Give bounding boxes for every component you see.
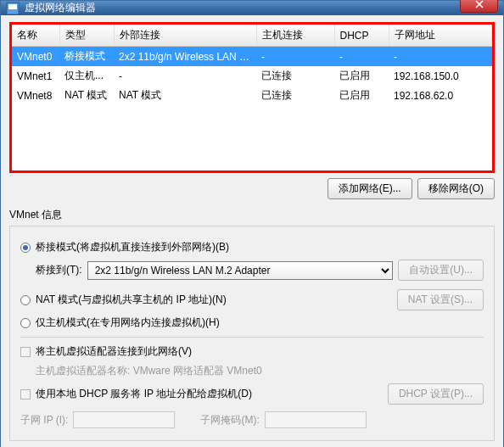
svg-rect-1 (8, 4, 17, 9)
col-name[interactable]: 名称 (12, 25, 59, 47)
close-icon (475, 0, 484, 8)
radio-nat-label: NAT 模式(与虚拟机共享主机的 IP 地址)(N) (36, 293, 227, 307)
radio-hostonly-label: 仅主机模式(在专用网络内连接虚拟机)(H) (36, 316, 220, 330)
add-network-button[interactable]: 添加网络(E)... (328, 178, 412, 199)
use-dhcp-row[interactable]: 使用本地 DHCP 服务将 IP 地址分配给虚拟机(D) DHCP 设置(P).… (20, 383, 484, 405)
use-dhcp-label: 使用本地 DHCP 服务将 IP 地址分配给虚拟机(D) (36, 387, 252, 401)
subnet-ip-label: 子网 IP (I): (20, 413, 68, 427)
cell-subnet: 192.168.62.0 (389, 86, 492, 105)
network-buttons-row: 添加网络(E)... 移除网络(O) (9, 173, 495, 208)
radio-bridged-row[interactable]: 桥接模式(将虚拟机直接连接到外部网络)(B) (20, 240, 484, 254)
radio-bridged-label: 桥接模式(将虚拟机直接连接到外部网络)(B) (36, 240, 229, 254)
vmnet-info-label: VMnet 信息 (9, 208, 495, 222)
col-external[interactable]: 外部连接 (114, 25, 256, 47)
cell-host: - (256, 47, 334, 67)
bridged-to-label: 桥接到(T): (36, 263, 82, 277)
vmnet-info-group: 桥接模式(将虚拟机直接连接到外部网络)(B) 桥接到(T): 2x2 11b/g… (9, 226, 495, 441)
host-adapter-name-label: 主机虚拟适配器名称: VMware 网络适配器 VMnet0 (36, 364, 262, 378)
cell-dhcp: 已启用 (334, 66, 389, 86)
window-title: 虚拟网络编辑器 (25, 1, 460, 15)
cell-host: 已连接 (256, 86, 334, 105)
subnet-ip-field[interactable] (73, 411, 175, 428)
cell-subnet: 192.168.150.0 (389, 66, 492, 86)
table-row[interactable]: VMnet1 仅主机... - 已连接 已启用 192.168.150.0 (12, 66, 492, 86)
radio-bridged[interactable] (20, 243, 31, 253)
radio-hostonly[interactable] (20, 318, 31, 328)
subnet-fields-row: 子网 IP (I): 子网掩码(M): (20, 411, 484, 428)
table-row[interactable]: VMnet8 NAT 模式 NAT 模式 已连接 已启用 192.168.62.… (12, 86, 492, 105)
subnet-mask-label: 子网掩码(M): (200, 413, 259, 427)
divider (20, 337, 484, 338)
cell-type: 仅主机... (59, 66, 114, 86)
cell-ext: NAT 模式 (114, 86, 256, 105)
table-row[interactable]: VMnet0 桥接模式 2x2 11b/g/n Wireless LAN M..… (12, 47, 492, 67)
col-type[interactable]: 类型 (59, 25, 114, 47)
cell-subnet: - (389, 47, 492, 67)
cell-dhcp: 已启用 (334, 86, 389, 105)
radio-nat-row[interactable]: NAT 模式(与虚拟机共享主机的 IP 地址)(N) NAT 设置(S)... (20, 289, 484, 310)
nat-settings-button[interactable]: NAT 设置(S)... (397, 289, 484, 310)
window-root: 虚拟网络编辑器 名称 类型 外部连接 主机连接 DHCP 子网地址 (0, 0, 504, 447)
cell-host: 已连接 (256, 66, 334, 86)
connect-host-label: 将主机虚拟适配器连接到此网络(V) (36, 344, 192, 359)
remove-network-button[interactable]: 移除网络(O) (417, 178, 495, 199)
close-button[interactable] (460, 0, 498, 13)
table-header-row: 名称 类型 外部连接 主机连接 DHCP 子网地址 (12, 25, 492, 47)
network-table[interactable]: 名称 类型 外部连接 主机连接 DHCP 子网地址 VMnet0 桥接模式 2x… (9, 22, 495, 173)
cell-ext: 2x2 11b/g/n Wireless LAN M... (114, 47, 256, 67)
check-connect-host[interactable] (20, 347, 31, 357)
content-area: 名称 类型 外部连接 主机连接 DHCP 子网地址 VMnet0 桥接模式 2x… (1, 15, 503, 447)
cell-name: VMnet1 (12, 66, 59, 86)
cell-type: 桥接模式 (59, 47, 114, 67)
col-subnet[interactable]: 子网地址 (389, 25, 492, 47)
col-dhcp[interactable]: DHCP (334, 25, 389, 47)
cell-name: VMnet8 (12, 86, 59, 105)
titlebar: 虚拟网络编辑器 (1, 1, 503, 15)
connect-host-row[interactable]: 将主机虚拟适配器连接到此网络(V) (20, 344, 484, 359)
cell-ext: - (114, 66, 256, 86)
radio-nat[interactable] (20, 295, 31, 305)
col-host[interactable]: 主机连接 (256, 25, 334, 47)
auto-settings-button[interactable]: 自动设置(U)... (398, 260, 484, 281)
host-adapter-name-row: 主机虚拟适配器名称: VMware 网络适配器 VMnet0 (36, 364, 484, 378)
subnet-mask-field[interactable] (265, 411, 367, 428)
dhcp-settings-button[interactable]: DHCP 设置(P)... (388, 383, 484, 405)
check-use-dhcp[interactable] (20, 389, 31, 400)
radio-hostonly-row[interactable]: 仅主机模式(在专用网络内连接虚拟机)(H) (20, 316, 484, 330)
cell-dhcp: - (334, 47, 389, 67)
cell-name: VMnet0 (12, 47, 59, 67)
bridged-adapter-select[interactable]: 2x2 11b/g/n Wireless LAN M.2 Adapter (87, 261, 394, 280)
bridged-to-row: 桥接到(T): 2x2 11b/g/n Wireless LAN M.2 Ada… (36, 260, 484, 281)
app-icon (6, 2, 20, 15)
cell-type: NAT 模式 (59, 86, 114, 105)
